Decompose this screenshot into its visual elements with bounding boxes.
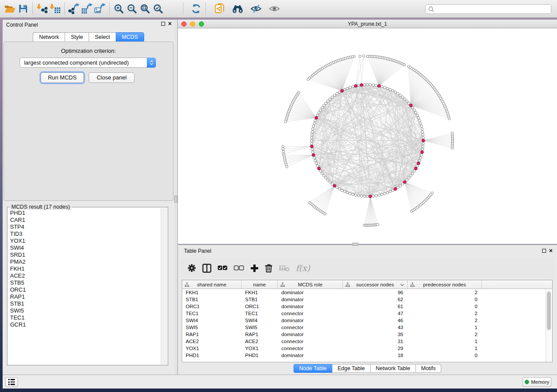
result-item[interactable]: SWI4 [10, 244, 160, 251]
task-history-button[interactable] [5, 377, 18, 387]
deselect-all-button[interactable] [234, 265, 244, 271]
table-row[interactable]: YOX1YOX1connector291 [182, 345, 552, 352]
result-item[interactable]: YOX1 [10, 237, 160, 244]
table-row[interactable]: SWI5SWI5connector431 [182, 324, 552, 331]
cell-shared-name: ORC1 [182, 303, 242, 310]
horizontal-splitter-grip[interactable] [352, 243, 358, 246]
tab-network-table[interactable]: Network Table [370, 364, 415, 373]
result-item[interactable]: ORC1 [10, 286, 160, 293]
result-item[interactable]: STB5 [10, 279, 160, 286]
delete-column-button[interactable] [265, 264, 273, 272]
column-header-shared-name[interactable]: shared name [182, 280, 242, 289]
save-session-button[interactable] [17, 2, 30, 15]
result-item[interactable]: ACE2 [10, 272, 160, 279]
table-row[interactable]: ORC1ORC1dominator610 [182, 303, 552, 310]
cell-name: STB1 [242, 296, 278, 303]
tab-style[interactable]: Style [65, 32, 89, 42]
run-mcds-button[interactable]: Run MCDS [41, 72, 84, 83]
close-panel-button[interactable]: Close panel [89, 72, 135, 83]
cell-successor-nodes: 62 [343, 296, 408, 303]
tab-mcds[interactable]: MCDS [116, 32, 144, 42]
import-table-icon [49, 3, 61, 14]
create-column-button[interactable] [250, 264, 259, 272]
result-item[interactable]: STP4 [10, 224, 160, 230]
table-mode-button[interactable] [187, 264, 196, 272]
table-row[interactable]: PHD1PHD1dominator180 [182, 352, 552, 359]
tab-edge-table[interactable]: Edge Table [332, 364, 370, 373]
float-panel-icon[interactable] [161, 22, 165, 26]
close-window-icon[interactable] [181, 21, 187, 27]
memory-label: Memory [531, 379, 550, 385]
result-item[interactable]: GCR1 [10, 321, 160, 328]
result-item[interactable]: SRD1 [10, 251, 160, 258]
float-table-panel-icon[interactable] [542, 249, 546, 253]
first-neighbors-button[interactable] [231, 2, 244, 15]
search-input[interactable] [436, 6, 551, 12]
clone-network-button[interactable] [214, 2, 227, 15]
cell-predecessor-nodes: 2 [408, 331, 482, 338]
result-item[interactable]: CAR1 [10, 217, 160, 224]
zoom-out-button[interactable] [125, 2, 138, 15]
column-header-successor-nodes[interactable]: successor nodes [343, 280, 408, 289]
result-item[interactable]: PHD1 [10, 210, 160, 217]
cell-successor-nodes: 29 [343, 345, 408, 352]
show-columns-button[interactable] [202, 264, 211, 273]
optimization-criterion-label: Optimization criterion: [3, 48, 174, 54]
import-table-button[interactable] [48, 2, 62, 15]
result-item[interactable]: SWI5 [10, 307, 160, 314]
export-table-icon [81, 3, 93, 14]
tab-select[interactable]: Select [89, 32, 116, 42]
zoom-selected-button[interactable] [152, 2, 165, 15]
select-all-button[interactable] [218, 265, 228, 271]
column-header-mcds-role[interactable]: MCDS role [278, 280, 343, 289]
table-row[interactable]: ACE2ACE2connector311 [182, 338, 552, 345]
table-scrollbar-thumb[interactable] [547, 292, 551, 330]
result-item[interactable]: RAP1 [10, 293, 160, 300]
table-row[interactable]: SWI4SWI4dominator462 [182, 317, 552, 324]
table-row[interactable]: RAP1RAP1dominator352 [182, 331, 552, 338]
close-panel-icon[interactable]: × [168, 21, 172, 26]
zoom-in-button[interactable] [112, 2, 125, 15]
control-panel-titlebar: Control Panel × [3, 20, 174, 30]
table-row[interactable]: TEC1TEC1connector472 [182, 310, 552, 317]
delete-table-button[interactable] [279, 265, 290, 272]
hide-selected-button[interactable] [249, 2, 263, 15]
tab-motifs[interactable]: Motifs [415, 364, 441, 373]
cell-successor-nodes: 31 [343, 338, 408, 345]
cell-name: PHD1 [242, 352, 278, 359]
import-network-button[interactable] [35, 2, 48, 15]
tab-network[interactable]: Network [33, 32, 65, 42]
network-canvas[interactable] [178, 28, 557, 244]
table-scrollbar[interactable] [546, 289, 552, 362]
column-header-name[interactable]: name [242, 280, 278, 289]
memory-button[interactable]: Memory [522, 377, 551, 387]
show-all-button[interactable] [268, 2, 281, 15]
optimization-criterion-select[interactable]: largest connected component (undirected) [20, 58, 156, 68]
result-item[interactable]: PMA2 [10, 258, 160, 265]
close-table-panel-icon[interactable]: × [549, 248, 553, 253]
function-builder-button[interactable]: f(x) [296, 263, 310, 273]
apply-layout-button[interactable] [190, 2, 203, 15]
cell-successor-nodes: 96 [343, 289, 408, 296]
result-item[interactable]: TID3 [10, 230, 160, 237]
export-table-button[interactable] [80, 2, 93, 15]
table-row[interactable]: STB1STB1dominator620 [182, 296, 552, 303]
minimize-window-icon[interactable] [190, 21, 195, 27]
zoom-fit-button[interactable] [138, 2, 152, 15]
open-session-button[interactable] [3, 2, 17, 15]
maximize-window-icon[interactable] [199, 21, 204, 27]
export-network-button[interactable] [67, 2, 80, 15]
result-scrollbar[interactable] [161, 208, 167, 364]
mcds-result-box: PHD1CAR1STP4TID3YOX1SWI4SRD1PMA2FKH1ACE2… [7, 207, 168, 365]
splitter-grip[interactable] [174, 196, 177, 203]
result-item[interactable]: FKH1 [10, 265, 160, 272]
cell-shared-name: ACE2 [182, 338, 242, 345]
result-item[interactable]: TEC1 [10, 314, 160, 321]
table-row[interactable]: FKH1FKH1dominator962 [182, 289, 552, 296]
column-header-predecessor-nodes[interactable]: predecessor nodes [408, 280, 482, 289]
result-item[interactable]: STB1 [10, 300, 160, 307]
columns-icon [202, 264, 211, 273]
vertical-splitter[interactable] [174, 20, 177, 375]
tab-node-table[interactable]: Node Table [294, 364, 332, 373]
export-image-button[interactable] [93, 2, 107, 15]
